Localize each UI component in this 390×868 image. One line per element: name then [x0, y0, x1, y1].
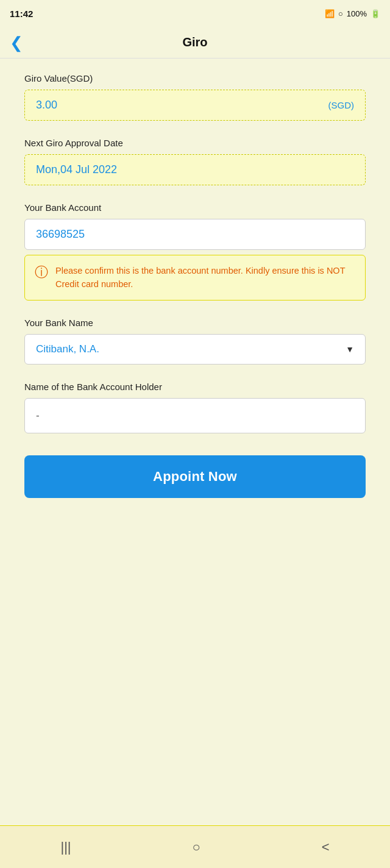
next-giro-date-field[interactable]: Mon,04 Jul 2022	[24, 154, 366, 185]
back-nav-icon[interactable]: <	[303, 833, 348, 861]
next-giro-date-value: Mon,04 Jul 2022	[36, 163, 117, 176]
status-bar: 11:42 📶 ○ 100% 🔋	[0, 0, 390, 27]
chevron-down-icon: ▼	[346, 344, 354, 354]
bank-account-label: Your Bank Account	[24, 202, 366, 213]
warning-text: Please confirm this is the bank account …	[55, 264, 355, 291]
bank-name-section: Your Bank Name Citibank, N.A. ▼	[24, 318, 366, 365]
status-time: 11:42	[10, 9, 33, 19]
holder-name-field[interactable]: -	[24, 398, 366, 433]
battery-icon: 🔋	[370, 9, 380, 18]
next-giro-date-section: Next Giro Approval Date Mon,04 Jul 2022	[24, 138, 366, 185]
appoint-now-button[interactable]: Appoint Now	[24, 455, 366, 498]
giro-currency: (SGD)	[328, 100, 355, 110]
home-icon[interactable]: ○	[174, 833, 218, 861]
bank-account-field[interactable]: 36698525	[24, 219, 366, 250]
bank-account-section: Your Bank Account 36698525 ⓘ Please conf…	[24, 202, 366, 301]
bank-name-dropdown[interactable]: Citibank, N.A. ▼	[24, 334, 366, 365]
next-giro-date-label: Next Giro Approval Date	[24, 138, 366, 148]
bottom-nav-bar: ||| ○ <	[0, 825, 390, 868]
top-nav: ❮ Giro	[0, 27, 390, 59]
bank-name-label: Your Bank Name	[24, 318, 366, 328]
bank-name-value: Citibank, N.A.	[36, 343, 99, 355]
signal-icon: ○	[338, 9, 343, 18]
status-icons: 📶 ○ 100% 🔋	[325, 9, 380, 18]
holder-name-label: Name of the Bank Account Holder	[24, 382, 366, 392]
wifi-icon: 📶	[325, 9, 335, 18]
page-title: Giro	[182, 35, 207, 49]
giro-value-field[interactable]: 3.00 (SGD)	[24, 90, 366, 121]
menu-icon[interactable]: |||	[42, 833, 89, 861]
warning-box: ⓘ Please confirm this is the bank accoun…	[24, 255, 366, 301]
back-button[interactable]: ❮	[10, 35, 23, 51]
holder-name-value: -	[36, 410, 40, 422]
bank-account-value: 36698525	[36, 228, 85, 240]
holder-name-section: Name of the Bank Account Holder -	[24, 382, 366, 433]
warning-icon: ⓘ	[35, 264, 48, 282]
giro-value-label: Giro Value(SGD)	[24, 73, 366, 84]
giro-value-section: Giro Value(SGD) 3.00 (SGD)	[24, 73, 366, 121]
battery-label: 100%	[347, 9, 367, 18]
main-content: Giro Value(SGD) 3.00 (SGD) Next Giro App…	[0, 59, 390, 825]
giro-value-amount: 3.00	[36, 99, 57, 112]
